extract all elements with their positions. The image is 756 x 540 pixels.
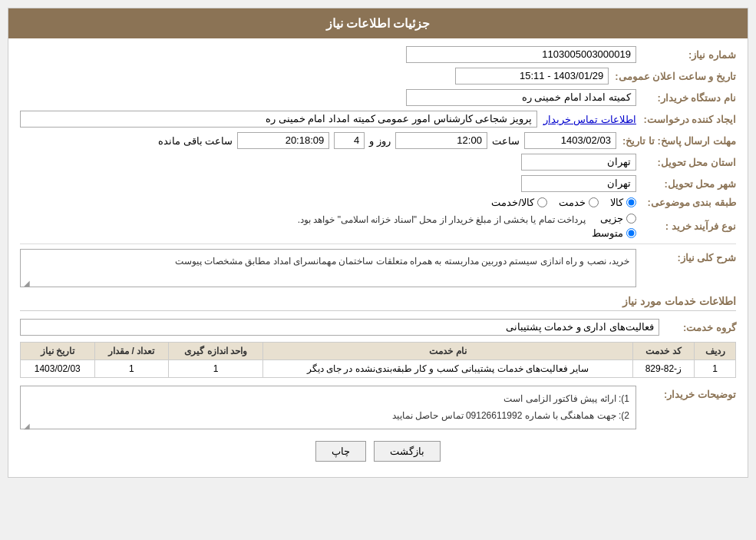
- buyer-notes-label: توضیحات خریدار:: [636, 386, 736, 400]
- table-row: 1 ز-82-829 سایر فعالیت‌های خدمات پشتیبان…: [21, 360, 736, 378]
- need-desc-value: خرید، نصب و راه اندازی سیستم دوربین مدار…: [175, 256, 629, 267]
- category-kala-khedmat: کالا/خدمت: [491, 197, 547, 208]
- creator-label: ایجاد کننده درخواست:: [636, 114, 736, 125]
- buyer-org-label: نام دستگاه خریدار:: [636, 92, 736, 104]
- response-time-value: 12:00: [395, 132, 487, 149]
- need-number-row: شماره نیاز: 1103005003000019: [20, 46, 736, 63]
- category-kala-khedmat-label: کالا/خدمت: [491, 197, 534, 208]
- process-jozi-radio[interactable]: [626, 214, 636, 224]
- need-desc-box: خرید، نصب و راه اندازی سیستم دوربین مدار…: [20, 249, 636, 287]
- services-table-head: ردیف کد خدمت نام خدمت واحد اندازه گیری ت…: [21, 343, 736, 360]
- content-area: شماره نیاز: 1103005003000019 تاریخ و ساع…: [8, 38, 748, 477]
- buyer-notes-box: 1): ارائه پیش فاکتور الزامی است 2): جهت …: [20, 386, 636, 429]
- cell-date: 1403/02/03: [21, 360, 95, 378]
- service-group-label: گروه خدمت:: [659, 322, 736, 333]
- service-group-value: فعالیت‌های اداری و خدمات پشتیبانی: [20, 319, 659, 336]
- announcement-row: تاریخ و ساعت اعلان عمومی: 1403/01/29 - 1…: [20, 68, 736, 84]
- footer-buttons: بازگشت چاپ: [20, 441, 736, 462]
- back-button[interactable]: بازگشت: [374, 441, 441, 462]
- col-date: تاریخ نیاز: [21, 343, 95, 360]
- delivery-city-label: شهر محل تحویل:: [636, 178, 736, 190]
- services-table-header-row: ردیف کد خدمت نام خدمت واحد اندازه گیری ت…: [21, 343, 736, 360]
- creator-row: ایجاد کننده درخواست: اطلاعات تماس خریدار…: [20, 111, 736, 128]
- services-section-title: اطلاعات خدمات مورد نیاز: [20, 295, 736, 311]
- category-options: کالا خدمت کالا/خدمت: [491, 197, 636, 208]
- need-number-value: 1103005003000019: [406, 46, 636, 63]
- services-table: ردیف کد خدمت نام خدمت واحد اندازه گیری ت…: [20, 342, 736, 378]
- col-quantity: تعداد / مقدار: [94, 343, 168, 360]
- print-button[interactable]: چاپ: [315, 441, 366, 462]
- response-date-time: 1403/02/03 ساعت 12:00 روز و 4 20:18:09 س…: [158, 132, 616, 149]
- col-row-num: ردیف: [695, 343, 736, 360]
- category-label: طبقه بندی موضوعی:: [636, 197, 736, 208]
- response-deadline-row: مهلت ارسال پاسخ: تا تاریخ: 1403/02/03 سا…: [20, 132, 736, 149]
- page-container: جزئیات اطلاعات نیاز شماره نیاز: 11030050…: [8, 8, 748, 478]
- cell-service-code: ز-82-829: [632, 360, 695, 378]
- services-table-body: 1 ز-82-829 سایر فعالیت‌های خدمات پشتیبان…: [21, 360, 736, 378]
- announcement-label: تاریخ و ساعت اعلان عمومی:: [609, 71, 736, 82]
- process-jozi: جزیی: [592, 213, 636, 224]
- cell-row-num: 1: [695, 360, 736, 378]
- category-kala-radio[interactable]: [626, 197, 636, 207]
- cell-unit: 1: [168, 360, 263, 378]
- buyer-notes-row: توضیحات خریدار: 1): ارائه پیش فاکتور الز…: [20, 386, 736, 429]
- process-motavasset-radio[interactable]: [626, 228, 636, 238]
- process-options-list: جزیی متوسط: [592, 213, 636, 239]
- resize-handle-1: ◢: [22, 277, 30, 285]
- response-remaining-label: ساعت باقی مانده: [158, 135, 233, 147]
- delivery-province-value: تهران: [521, 154, 636, 171]
- announcement-value: 1403/01/29 - 15:11: [455, 68, 609, 84]
- category-kala: کالا: [610, 197, 636, 208]
- category-khedmat-label: خدمت: [559, 197, 586, 208]
- need-number-label: شماره نیاز:: [636, 49, 736, 61]
- process-options-area: جزیی متوسط پرداخت تمام یا بخشی از مبلغ خ…: [298, 213, 636, 239]
- process-description: پرداخت تمام یا بخشی از مبلغ خریدار از مح…: [298, 213, 586, 227]
- process-motavasset: متوسط: [592, 227, 636, 239]
- col-unit: واحد اندازه گیری: [168, 343, 263, 360]
- process-motavasset-label: متوسط: [592, 227, 623, 239]
- need-desc-label: شرح کلی نیاز:: [636, 249, 736, 263]
- page-title: جزئیات اطلاعات نیاز: [326, 17, 431, 30]
- buyer-org-value: کمیته امداد امام خمینی ره: [406, 89, 636, 106]
- buyer-org-row: نام دستگاه خریدار: کمیته امداد امام خمین…: [20, 89, 736, 106]
- process-type-row: نوع فرآیند خرید : جزیی متوسط پرداخت تمام…: [20, 213, 736, 239]
- divider-1: [20, 243, 736, 244]
- category-khedmat-radio[interactable]: [589, 197, 599, 207]
- process-type-label: نوع فرآیند خرید :: [636, 220, 736, 232]
- delivery-province-row: استان محل تحویل: تهران: [20, 154, 736, 171]
- cell-quantity: 1: [94, 360, 168, 378]
- category-khedmat: خدمت: [559, 197, 599, 208]
- buyer-note-line-1: 1): ارائه پیش فاکتور الزامی است: [27, 391, 629, 408]
- category-kala-label: کالا: [610, 197, 623, 208]
- category-row: طبقه بندی موضوعی: کالا خدمت کالا/خدمت: [20, 197, 736, 208]
- resize-handle-2: ◢: [22, 419, 30, 427]
- response-deadline-label: مهلت ارسال پاسخ: تا تاریخ:: [616, 135, 736, 147]
- col-service-code: کد خدمت: [632, 343, 695, 360]
- response-days-value: 4: [334, 132, 365, 149]
- buyer-note-line-2: 2): جهت هماهنگی با شماره 09126611992 تما…: [27, 408, 629, 425]
- delivery-city-value: تهران: [521, 175, 636, 192]
- need-desc-row: شرح کلی نیاز: خرید، نصب و راه اندازی سیس…: [20, 249, 736, 287]
- response-days-label: روز و: [369, 135, 391, 147]
- category-kala-khedmat-radio[interactable]: [537, 197, 547, 207]
- cell-service-name: سایر فعالیت‌های خدمات پشتیبانی کسب و کار…: [263, 360, 632, 378]
- creator-value: پرویز شجاعی کارشناس امور عمومی کمیته امد…: [20, 111, 537, 128]
- col-service-name: نام خدمت: [263, 343, 632, 360]
- delivery-city-row: شهر محل تحویل: تهران: [20, 175, 736, 192]
- response-time-label: ساعت: [492, 135, 520, 147]
- response-remaining-value: 20:18:09: [237, 132, 329, 149]
- delivery-province-label: استان محل تحویل:: [636, 157, 736, 168]
- page-header: جزئیات اطلاعات نیاز: [8, 8, 748, 38]
- process-jozi-label: جزیی: [600, 213, 623, 224]
- service-group-row: گروه خدمت: فعالیت‌های اداری و خدمات پشتی…: [20, 319, 736, 336]
- response-date-value: 1403/02/03: [524, 132, 616, 149]
- creator-contact-link[interactable]: اطلاعات تماس خریدار: [543, 114, 636, 125]
